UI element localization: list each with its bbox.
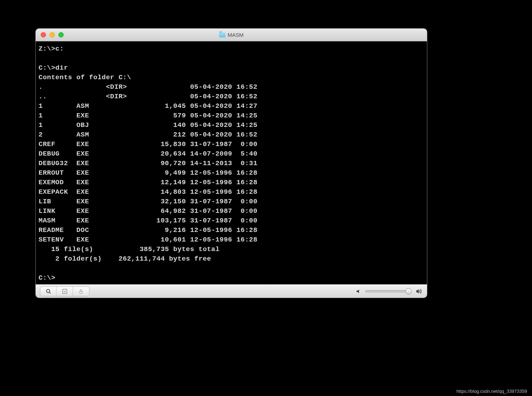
titlebar[interactable]: MASM bbox=[36, 29, 427, 41]
bottom-toolbar bbox=[36, 284, 427, 298]
lock-icon bbox=[78, 289, 84, 294]
speaker-high-icon bbox=[416, 288, 423, 295]
svg-rect-3 bbox=[80, 291, 82, 293]
svg-rect-2 bbox=[63, 289, 67, 293]
search-icon bbox=[46, 289, 51, 294]
close-button[interactable] bbox=[41, 32, 46, 37]
minimize-button[interactable] bbox=[50, 32, 55, 37]
dropdown-button[interactable] bbox=[57, 287, 73, 296]
traffic-lights bbox=[41, 32, 64, 37]
app-window: MASM Z:\>c: C:\>dir Contents of folder C… bbox=[35, 28, 427, 298]
svg-line-1 bbox=[50, 292, 51, 293]
lock-button[interactable] bbox=[73, 287, 89, 296]
folder-icon bbox=[219, 33, 226, 37]
window-title: MASM bbox=[228, 32, 244, 38]
zoom-button[interactable] bbox=[58, 32, 64, 37]
speaker-low-icon bbox=[355, 289, 361, 294]
volume-knob[interactable] bbox=[405, 288, 412, 295]
toolbar-buttons bbox=[40, 286, 89, 296]
volume-control bbox=[355, 288, 423, 295]
watermark: https://blog.csdn.net/qq_33973359 bbox=[457, 389, 527, 394]
chevron-down-icon bbox=[62, 289, 68, 294]
window-title-area: MASM bbox=[219, 32, 244, 38]
volume-slider[interactable] bbox=[365, 290, 411, 292]
terminal-output[interactable]: Z:\>c: C:\>dir Contents of folder C:\ . … bbox=[36, 41, 427, 284]
svg-point-0 bbox=[46, 289, 50, 292]
search-button[interactable] bbox=[40, 287, 57, 296]
